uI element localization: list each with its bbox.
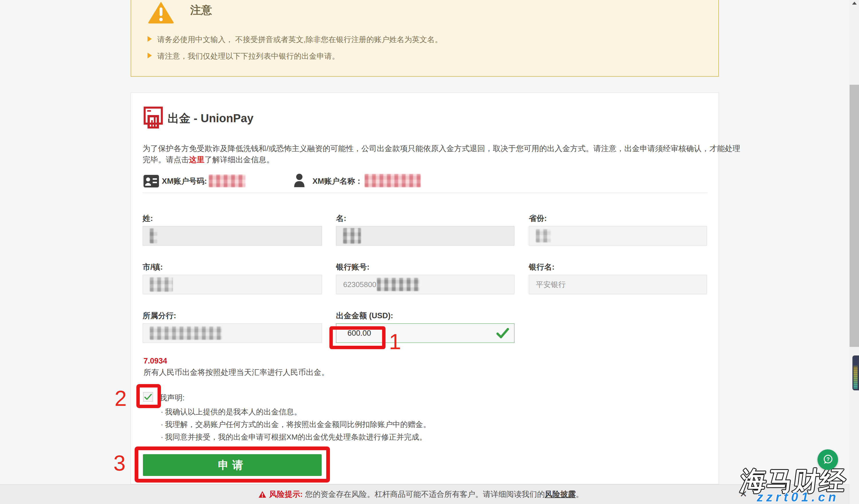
risk-warning-icon [258, 491, 266, 498]
account-number-redacted [209, 175, 245, 187]
city-label: 市/镇: [142, 262, 163, 272]
help-bubble-icon: ? [822, 453, 834, 466]
details-link[interactable]: 这里 [189, 155, 205, 164]
risk-warning-bar: 风险提示: 您的资金存在风险。杠杆商品可能不适合所有客户。请详细阅读我们的风险披… [0, 484, 859, 504]
notice-title: 注意 [190, 3, 212, 17]
redacted-value [536, 229, 551, 242]
description-line1: 为了保护各方免受欺诈及降低洗钱和/或恐怖主义融资的可能性，公司出金款项只能依原入… [142, 143, 740, 154]
redacted-value [343, 228, 361, 243]
city-input[interactable] [142, 275, 322, 294]
person-icon [293, 173, 305, 188]
redacted-value [150, 229, 157, 243]
bank-name-value: 平安银行 [536, 280, 566, 290]
bank-name-input[interactable]: 平安银行 [529, 275, 707, 294]
bullet-arrow-icon [148, 53, 152, 58]
bank-name-label: 银行名: [529, 262, 555, 272]
declare-label: 我声明: [159, 393, 185, 403]
notice-bullet-row: 请注意，我们仅处理以下下拉列表中银行的出金申请。 [148, 51, 340, 61]
risk-text: 您的资金存在风险。杠杆商品可能不适合所有客户。请详细阅读我们的风险披露。 [305, 489, 584, 500]
bank-account-label: 银行账号: [336, 262, 370, 272]
account-name-label: XM账户名称： [313, 176, 363, 186]
risk-disclosure-link[interactable]: 风险披露 [545, 490, 576, 499]
risk-label: 风险提示: [269, 489, 303, 500]
first-name-label: 名: [336, 213, 346, 223]
notice-bullet-text: 请务必使用中文输入， 不接受拼音或者英文,除非您在银行注册的账户姓名为英文名。 [157, 35, 442, 44]
declaration-item: ·我同意并接受，我的出金申请可根据XM的出金优先处理条款进行修正并完成。 [161, 432, 427, 442]
last-name-label: 姓: [142, 213, 153, 223]
bank-account-visible-digits: 62305800 [343, 280, 376, 289]
declaration-item: ·我理解，交易账户任何方式的出金，将按照出金金额同比例扣除账户中的赠金。 [161, 419, 431, 429]
scrollbar-thumb[interactable] [849, 85, 859, 347]
amount-label: 出金金额 (USD): [336, 311, 393, 321]
annotation-number-1: 1 [389, 331, 401, 352]
account-number-label: XM账户号码: [162, 176, 207, 186]
id-card-icon [144, 175, 159, 187]
account-name-redacted [365, 174, 421, 187]
declaration-item: ·我确认以上提供的是我本人的出金信息。 [161, 407, 302, 417]
withdrawal-form-card: 出金 - UnionPay 为了保护各方免受欺诈及降低洗钱和/或恐怖主义融资的可… [131, 92, 719, 484]
annotation-number-2: 2 [115, 388, 126, 409]
exchange-rate-note: 所有人民币出金将按照处理当天汇率进行人民币出金。 [144, 367, 329, 378]
annotation-number-3: 3 [114, 452, 125, 474]
redacted-value [150, 327, 222, 340]
color-stripes-icon [854, 358, 858, 388]
exchange-rate: 7.0934 [144, 357, 167, 365]
first-name-input[interactable] [336, 226, 514, 246]
notice-bullet-row: 请务必使用中文输入， 不接受拼音或者英文,除非您在银行注册的账户姓名为英文名。 [148, 35, 442, 44]
help-button[interactable]: ? [817, 449, 838, 470]
annotation-box-step2 [136, 384, 161, 408]
svg-text:?: ? [827, 456, 830, 462]
warning-triangle-icon [148, 1, 174, 23]
redacted-value [150, 277, 173, 292]
annotation-box-step1 [329, 326, 386, 349]
risk-warning-content: 风险提示: 您的资金存在风险。杠杆商品可能不适合所有客户。请详细阅读我们的风险披… [258, 489, 584, 500]
province-label: 省份: [529, 213, 547, 223]
notice-box: 注意 请务必使用中文输入， 不接受拼音或者英文,除非您在银行注册的账户姓名为英文… [131, 0, 719, 77]
last-name-input[interactable] [142, 226, 322, 246]
branch-label: 所属分行: [142, 311, 176, 321]
watermark-domain: zzrt01.cn [757, 490, 839, 504]
page-title: 出金 - UnionPay [168, 110, 254, 126]
notice-bullet-text: 请注意，我们仅处理以下下拉列表中银行的出金申请。 [157, 51, 340, 61]
annotation-box-step3 [135, 446, 330, 483]
extension-edge-widget[interactable] [853, 356, 859, 390]
branch-input[interactable] [142, 324, 322, 343]
bank-atm-icon [144, 107, 164, 130]
bank-account-input[interactable]: 62305800 [336, 275, 514, 294]
bullet-arrow-icon [148, 36, 152, 42]
redacted-value [377, 278, 419, 291]
province-input[interactable] [529, 226, 707, 246]
description-line2: 完毕。请点击这里了解详细出金信息。 [142, 154, 274, 166]
scrollbar-up-arrow[interactable] [852, 2, 857, 4]
valid-check-icon [496, 328, 509, 339]
